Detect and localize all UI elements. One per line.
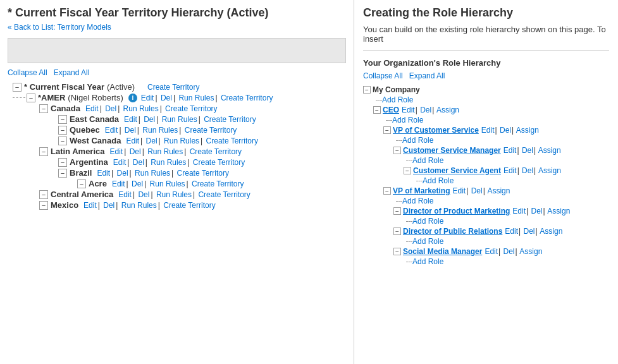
add-role-my-company-link[interactable]: Add Role (382, 95, 413, 104)
del-east-canada[interactable]: Del (144, 115, 155, 124)
del-dir-public-relations[interactable]: Del (524, 227, 535, 236)
run-rules-acre[interactable]: Run Rules (150, 179, 185, 188)
run-rules-amer[interactable]: Run Rules (178, 94, 214, 102)
toggle-vp-customer[interactable]: − (383, 126, 391, 134)
create-territory-mexico[interactable]: Create Territory (163, 201, 215, 210)
create-territory-amer[interactable]: Create Territory (221, 94, 273, 102)
run-rules-brazil[interactable]: Run Rules (135, 169, 170, 178)
del-central-america[interactable]: Del (138, 190, 149, 199)
add-role-vp-marketing-link[interactable]: Add Role (402, 197, 433, 205)
edit-brazil[interactable]: Edit (97, 169, 110, 178)
edit-east-canada[interactable]: Edit (124, 115, 137, 124)
role-name-vp-customer[interactable]: VP of Customer Service (393, 126, 479, 135)
edit-canada[interactable]: Edit (85, 104, 99, 113)
add-role-dir-product-marketing-link[interactable]: Add Role (412, 217, 443, 226)
del-mexico[interactable]: Del (103, 201, 114, 210)
edit-social-media-manager[interactable]: Edit (485, 247, 498, 256)
collapse-all-right[interactable]: Collapse All (363, 71, 403, 80)
toggle-dir-public-relations[interactable]: − (393, 228, 401, 235)
run-rules-mexico[interactable]: Run Rules (121, 201, 157, 210)
edit-mexico[interactable]: Edit (83, 201, 97, 210)
edit-ceo[interactable]: Edit (402, 106, 415, 114)
run-rules-quebec[interactable]: Run Rules (142, 126, 178, 135)
create-territory-east-canada[interactable]: Create Territory (204, 115, 256, 124)
role-name-dir-public-relations[interactable]: Director of Public Relations (403, 227, 502, 236)
role-name-ceo[interactable]: CEO (383, 106, 399, 114)
assign-dir-public-relations[interactable]: Assign (540, 227, 562, 236)
add-role-social-media-manager-link[interactable]: Add Role (412, 257, 443, 266)
expand-all-right[interactable]: Expand All (409, 71, 445, 80)
del-west-canada[interactable]: Del (146, 136, 158, 145)
toggle-mexico[interactable]: − (39, 201, 48, 210)
toggle-east-canada[interactable]: − (58, 115, 67, 124)
info-icon-amer[interactable]: i (128, 94, 137, 102)
assign-dir-product-marketing[interactable]: Assign (547, 207, 570, 215)
assign-social-media-manager[interactable]: Assign (519, 247, 542, 256)
expand-all-left[interactable]: Expand All (54, 68, 90, 77)
run-rules-argentina[interactable]: Run Rules (151, 158, 186, 167)
collapse-all-left[interactable]: Collapse All (8, 68, 47, 77)
add-role-ceo-link[interactable]: Add Role (392, 116, 423, 124)
create-territory-brazil[interactable]: Create Territory (177, 169, 229, 178)
add-role-cs-manager-link[interactable]: Add Role (412, 156, 443, 165)
del-cs-agent[interactable]: Del (522, 166, 533, 175)
del-vp-marketing[interactable]: Del (471, 186, 483, 195)
edit-dir-product-marketing[interactable]: Edit (512, 207, 526, 215)
edit-acre[interactable]: Edit (112, 179, 125, 188)
toggle-vp-marketing[interactable]: − (383, 187, 391, 195)
edit-latin-america[interactable]: Edit (110, 147, 123, 156)
toggle-argentina[interactable]: − (58, 158, 67, 167)
del-social-media-manager[interactable]: Del (504, 247, 515, 256)
edit-amer[interactable]: Edit (141, 94, 154, 102)
add-role-vp-customer-link[interactable]: Add Role (402, 136, 433, 145)
role-name-cs-agent[interactable]: Customer Service Agent (413, 166, 501, 175)
edit-vp-marketing[interactable]: Edit (452, 186, 466, 195)
toggle-root[interactable]: − (13, 83, 22, 92)
toggle-brazil[interactable]: − (58, 169, 67, 178)
run-rules-latin-america[interactable]: Run Rules (147, 147, 183, 156)
create-territory-central-america[interactable]: Create Territory (198, 190, 250, 199)
edit-vp-customer[interactable]: Edit (481, 126, 495, 135)
del-amer[interactable]: Del (161, 94, 172, 102)
edit-argentina[interactable]: Edit (113, 158, 127, 167)
edit-quebec[interactable]: Edit (105, 126, 118, 135)
toggle-acre[interactable]: − (77, 179, 86, 188)
del-brazil[interactable]: Del (117, 169, 128, 178)
run-rules-west-canada[interactable]: Run Rules (164, 136, 199, 145)
toggle-dir-product-marketing[interactable]: − (393, 207, 401, 215)
toggle-latin-america[interactable]: − (39, 147, 48, 156)
del-quebec[interactable]: Del (125, 126, 136, 135)
edit-cs-agent[interactable]: Edit (504, 166, 517, 175)
del-dir-product-marketing[interactable]: Del (531, 207, 543, 215)
toggle-quebec[interactable]: − (58, 126, 67, 135)
edit-dir-public-relations[interactable]: Edit (505, 227, 518, 236)
assign-cs-agent[interactable]: Assign (538, 166, 561, 175)
toggle-cs-manager[interactable]: − (393, 147, 401, 154)
role-name-dir-product-marketing[interactable]: Director of Product Marketing (403, 207, 510, 215)
assign-vp-marketing[interactable]: Assign (487, 186, 510, 195)
del-canada[interactable]: Del (105, 104, 116, 113)
del-cs-manager[interactable]: Del (522, 146, 533, 155)
add-role-dir-public-relations-link[interactable]: Add Role (412, 237, 443, 246)
role-name-vp-marketing[interactable]: VP of Marketing (393, 186, 450, 195)
toggle-west-canada[interactable]: − (58, 136, 67, 145)
add-role-cs-agent-link[interactable]: Add Role (423, 176, 454, 185)
del-acre[interactable]: Del (132, 179, 143, 188)
edit-west-canada[interactable]: Edit (126, 136, 139, 145)
del-vp-customer[interactable]: Del (500, 126, 511, 135)
assign-cs-manager[interactable]: Assign (538, 146, 561, 155)
create-territory-west-canada[interactable]: Create Territory (206, 136, 258, 145)
create-territory-root[interactable]: Create Territory (147, 83, 199, 92)
toggle-cs-agent[interactable]: − (404, 167, 411, 174)
toggle-canada[interactable]: − (39, 104, 48, 113)
run-rules-central-america[interactable]: Run Rules (156, 190, 192, 199)
create-territory-canada[interactable]: Create Territory (165, 104, 217, 113)
role-name-social-media-manager[interactable]: Social Media Manager (403, 247, 482, 256)
assign-ceo[interactable]: Assign (436, 106, 459, 114)
create-territory-argentina[interactable]: Create Territory (193, 158, 245, 167)
toggle-central-america[interactable]: − (39, 190, 48, 199)
edit-cs-manager[interactable]: Edit (504, 146, 517, 155)
del-argentina[interactable]: Del (133, 158, 144, 167)
create-territory-quebec[interactable]: Create Territory (185, 126, 237, 135)
toggle-my-company[interactable]: − (363, 86, 371, 94)
